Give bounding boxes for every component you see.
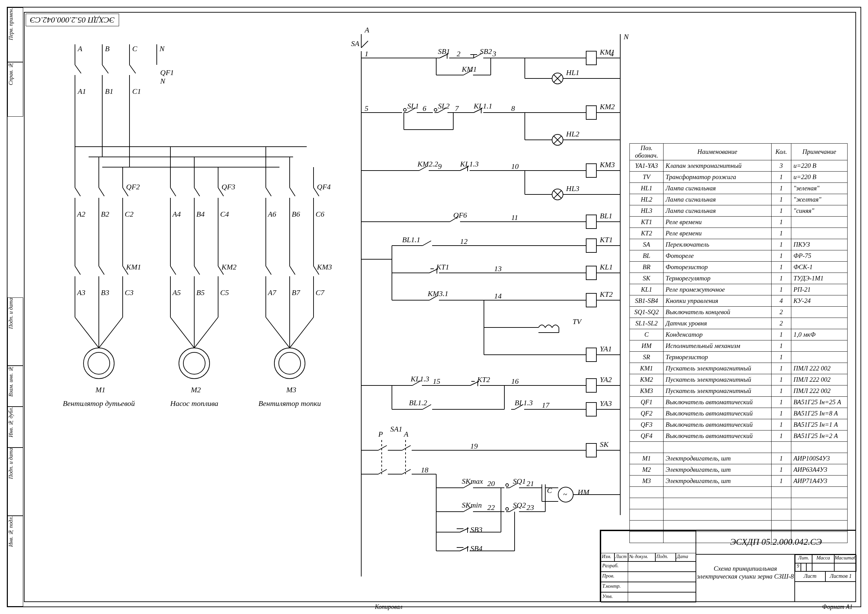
table-row: SB1-SB4Кнопки управления4КУ-24 bbox=[630, 295, 848, 307]
side-cell-4: Инв. № дубл. bbox=[8, 407, 14, 437]
svg-point-336 bbox=[506, 508, 508, 510]
svg-text:A7: A7 bbox=[267, 288, 276, 297]
svg-text:KT2: KT2 bbox=[477, 375, 490, 384]
svg-text:B6: B6 bbox=[292, 210, 300, 218]
svg-text:13: 13 bbox=[494, 264, 502, 273]
svg-text:9: 9 bbox=[438, 162, 442, 171]
table-row: SL1-SL2Датчик уровня2 bbox=[630, 318, 848, 329]
table-row: SKТерморегулятор1ТУДЭ-1М1 bbox=[630, 273, 848, 284]
svg-line-40 bbox=[75, 317, 99, 348]
svg-text:Насос топлива: Насос топлива bbox=[170, 399, 218, 407]
side-cell-1: Справ. № bbox=[8, 62, 14, 85]
svg-text:М2: М2 bbox=[191, 385, 201, 394]
svg-text:М1: М1 bbox=[95, 385, 105, 394]
lbl-A: A bbox=[364, 26, 369, 34]
svg-text:~: ~ bbox=[563, 490, 567, 498]
svg-text:2: 2 bbox=[457, 50, 460, 58]
power-schematic: ABCNQF1NA1B1C1A2B2C2QF2A3B3C3KM1М1Вентил… bbox=[41, 34, 347, 443]
side-cell-0: Перв. примен. bbox=[8, 8, 14, 40]
svg-text:KT1: KT1 bbox=[600, 235, 613, 244]
table-row: KM1Пускатель электромагнитный1ПМЛ 222 00… bbox=[630, 363, 848, 374]
svg-text:BL1.3: BL1.3 bbox=[515, 398, 533, 407]
svg-text:B1: B1 bbox=[105, 87, 113, 95]
svg-rect-280 bbox=[586, 403, 597, 416]
svg-text:22: 22 bbox=[487, 503, 495, 511]
svg-text:B: B bbox=[105, 44, 109, 53]
table-row: HL3Лампа сигнальная1"синяя" bbox=[630, 205, 848, 217]
footer-copied: Копировал bbox=[375, 603, 403, 611]
table-row: ИМИсполнительный механизм1 bbox=[630, 340, 848, 352]
svg-text:ИМ: ИМ bbox=[577, 488, 590, 496]
table-row: YA1-YA3Клапан электромагнитный3и=220 В bbox=[630, 160, 848, 172]
svg-text:KL1: KL1 bbox=[600, 263, 613, 271]
svg-text:YA2: YA2 bbox=[600, 375, 612, 384]
svg-point-106 bbox=[279, 352, 301, 374]
svg-text:A3: A3 bbox=[76, 288, 85, 297]
svg-point-46 bbox=[88, 352, 110, 374]
svg-text:KM2: KM2 bbox=[600, 102, 615, 111]
th-name: Наименование bbox=[663, 144, 771, 160]
table-row: QF1Выключатель автоматический1ВА51Г25 Iн… bbox=[630, 397, 848, 408]
table-row: QF3Выключатель автоматический1ВА51Г25 Iн… bbox=[630, 419, 848, 431]
table-row: M3Электродвигатель, шт1АИР71А4У3 bbox=[630, 476, 848, 487]
svg-rect-218 bbox=[586, 239, 597, 252]
svg-text:19: 19 bbox=[470, 442, 478, 450]
side-cell-6: Инв. № подл. bbox=[8, 516, 14, 547]
svg-text:BL1.2: BL1.2 bbox=[409, 398, 427, 407]
svg-text:A: A bbox=[403, 430, 409, 438]
svg-rect-230 bbox=[586, 266, 597, 280]
svg-text:A1: A1 bbox=[77, 87, 86, 95]
drawing-sheet: ЭСХДП 05.2.000.042.СЭ Перв. примен. Спра… bbox=[0, 0, 868, 614]
svg-rect-249 bbox=[586, 348, 597, 362]
svg-line-100 bbox=[266, 317, 290, 348]
svg-text:SL1: SL1 bbox=[407, 102, 419, 110]
title-block: Изм. Лист № докум. Подп. Дата Разраб. Пр… bbox=[600, 530, 856, 602]
svg-rect-296 bbox=[586, 443, 597, 457]
svg-text:8: 8 bbox=[511, 104, 515, 113]
svg-text:SQ2: SQ2 bbox=[513, 501, 526, 509]
svg-text:21: 21 bbox=[527, 479, 534, 488]
svg-point-156 bbox=[434, 109, 437, 111]
table-row: TVТрансформатор розжига1и=220 В bbox=[630, 172, 848, 183]
svg-text:QF1: QF1 bbox=[160, 68, 174, 77]
svg-text:C5: C5 bbox=[220, 288, 229, 297]
svg-text:YA3: YA3 bbox=[600, 399, 612, 407]
svg-text:C: C bbox=[547, 486, 552, 494]
svg-text:C1: C1 bbox=[132, 87, 141, 95]
svg-text:A4: A4 bbox=[172, 210, 181, 218]
svg-text:SA1: SA1 bbox=[390, 425, 402, 433]
parts-table: Поз. обознач. Наименование Кол. Примечан… bbox=[629, 143, 848, 543]
svg-text:Вентилятор топки: Вентилятор топки bbox=[258, 399, 321, 407]
svg-text:B3: B3 bbox=[101, 288, 109, 297]
svg-text:SB3: SB3 bbox=[470, 525, 482, 534]
table-row: M2Электродвигатель, шт1АИР63А4У3 bbox=[630, 464, 848, 476]
svg-text:C: C bbox=[132, 44, 137, 53]
svg-rect-240 bbox=[586, 293, 597, 307]
svg-text:A6: A6 bbox=[267, 210, 276, 218]
th-qty: Кол. bbox=[771, 144, 791, 160]
svg-text:SQ1: SQ1 bbox=[513, 477, 526, 485]
svg-text:C7: C7 bbox=[316, 288, 325, 297]
svg-text:17: 17 bbox=[542, 401, 550, 409]
svg-text:KM1: KM1 bbox=[462, 65, 477, 73]
svg-text:P: P bbox=[378, 430, 383, 438]
svg-text:C6: C6 bbox=[316, 210, 324, 218]
svg-text:HL1: HL1 bbox=[566, 68, 579, 77]
svg-text:BL1.1: BL1.1 bbox=[402, 235, 420, 244]
svg-text:20: 20 bbox=[487, 479, 495, 488]
tb-title: Схема принципиальная электрическая сушки… bbox=[696, 554, 795, 602]
svg-text:B5: B5 bbox=[196, 288, 205, 297]
svg-text:KM2.2: KM2.2 bbox=[417, 160, 438, 168]
svg-text:Вентилятор дутьевой: Вентилятор дутьевой bbox=[63, 399, 135, 407]
svg-text:15: 15 bbox=[433, 377, 440, 385]
footer-format: Формат А1 bbox=[822, 603, 852, 611]
svg-text:KM3: KM3 bbox=[600, 160, 615, 169]
svg-text:QF6: QF6 bbox=[453, 211, 467, 219]
svg-rect-265 bbox=[586, 379, 597, 392]
svg-text:KL1.3: KL1.3 bbox=[410, 375, 429, 383]
svg-text:KT1: KT1 bbox=[436, 263, 449, 271]
side-stamp: Перв. примен. Справ. № Подп. и дата Взам… bbox=[8, 8, 23, 606]
table-row: BLФотореле1ФР-75 bbox=[630, 250, 848, 262]
svg-text:C2: C2 bbox=[125, 210, 133, 218]
table-row: SQ1-SQ2Выключатель концевой2 bbox=[630, 307, 848, 318]
